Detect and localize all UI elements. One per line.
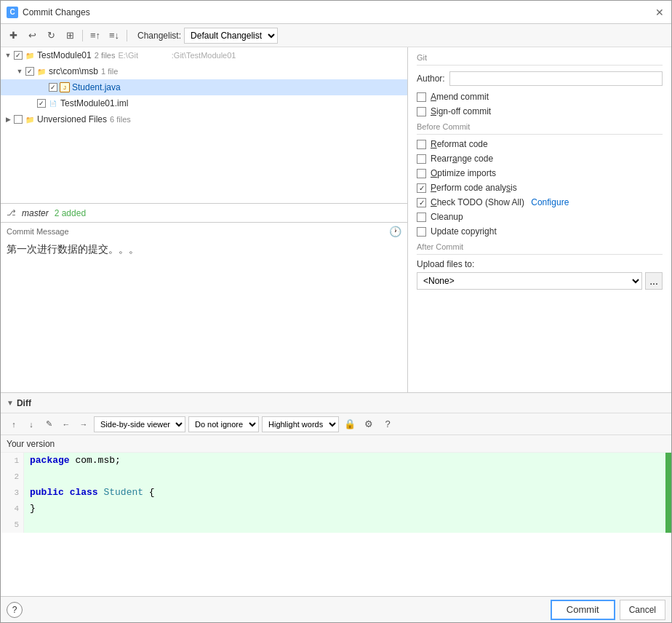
code-line-1: 1 package com.msb; [1, 453, 671, 469]
app-icon: C [7, 7, 18, 18]
changelist-label: Changelist: [137, 31, 181, 41]
group-button[interactable]: ⊞ [62, 28, 78, 44]
arrow-icon: ▼ [4, 51, 12, 60]
tree-item-student-java[interactable]: ✓ J Student.java [1, 79, 407, 95]
item-name: Unversioned Files [37, 114, 107, 124]
todo-checkbox[interactable]: ✓ [417, 198, 426, 207]
branch-status-bar: ⎇ master 2 added [1, 204, 407, 223]
rearrange-checkbox[interactable] [417, 154, 426, 164]
arrow-icon: ▼ [15, 67, 24, 76]
main-window: C Commit Changes ✕ ✚ ↩ ↻ ⊞ ≡↑ ≡↓ Changel… [0, 0, 672, 623]
line-marker [665, 469, 671, 485]
tree-item-srccommsb[interactable]: ▼ ✓ 📁 src\com\msb 1 file [1, 63, 407, 79]
question-icon: ? [385, 418, 390, 429]
configure-link[interactable]: Configure [529, 197, 569, 207]
checkbox-srccommsb[interactable]: ✓ [25, 67, 34, 76]
author-input[interactable] [449, 71, 663, 86]
redo-button[interactable]: ↻ [43, 28, 59, 44]
branch-name: master [22, 208, 49, 218]
commit-button[interactable]: Commit [551, 600, 615, 620]
line-number: 1 [1, 453, 24, 469]
arrow-icon [27, 99, 36, 108]
diff-down-button[interactable]: ↓ [24, 417, 39, 432]
todo-row: ✓ Check TODO (Show All) Configure [417, 197, 663, 207]
changelist-select[interactable]: Default Changelist [184, 28, 278, 44]
code-line-5: 5 [1, 517, 671, 533]
diff-up-button[interactable]: ↑ [7, 417, 21, 432]
checkbox-student[interactable]: ✓ [49, 83, 57, 92]
signoff-checkbox[interactable] [417, 107, 426, 116]
diff-header-label: Diff [17, 398, 31, 408]
analysis-checkbox[interactable]: ✓ [417, 183, 426, 193]
amend-checkbox[interactable] [417, 92, 426, 102]
line-number: 5 [1, 517, 24, 533]
checkbox-testmodule01[interactable]: ✓ [14, 51, 23, 60]
bottom-bar: ? Commit Cancel [1, 596, 671, 622]
tree-item-testmodule01[interactable]: ▼ ✓ 📁 TestModule01 2 files E:\Git :Git\T… [1, 47, 407, 63]
signoff-label: Sign-off commit [431, 106, 491, 116]
highlight-mode-select[interactable]: Highlight words [262, 416, 339, 432]
clock-icon[interactable]: 🕐 [389, 226, 401, 237]
diff-content: Your version 1 package com.msb; 2 [1, 435, 671, 596]
amend-commit-row: Amend commit [417, 92, 663, 102]
code-line-4: 4 } [1, 501, 671, 517]
viewer-mode-select[interactable]: Side-by-side viewer [94, 416, 185, 432]
main-toolbar: ✚ ↩ ↻ ⊞ ≡↑ ≡↓ Changelist: Default Change… [1, 24, 671, 47]
optimize-checkbox[interactable] [417, 169, 426, 178]
diff-header: ▼ Diff [1, 393, 671, 413]
diff-edit-button[interactable]: ✎ [41, 417, 56, 432]
class-name: Student [103, 487, 143, 498]
item-path: E:\Git :Git\TestModule01 [118, 51, 236, 60]
git-section: Git Author: Amend commit Sign-off commit [408, 47, 671, 295]
ignore-mode-select[interactable]: Do not ignore [188, 416, 259, 432]
right-panel: Git Author: Amend commit Sign-off commit [408, 47, 671, 392]
close-button[interactable]: ✕ [654, 7, 665, 18]
reformat-label: Reformat code [431, 139, 488, 149]
help-button[interactable]: ? [7, 602, 23, 618]
item-name: Student.java [72, 82, 121, 92]
folder-icon: 📁 [25, 114, 35, 124]
cancel-button[interactable]: Cancel [620, 600, 665, 620]
separator-1 [82, 30, 83, 41]
rearrange-label: Rearrange code [431, 154, 493, 164]
diff-next-button[interactable]: → [76, 417, 91, 432]
lock-button[interactable]: 🔒 [342, 416, 358, 432]
settings-button[interactable]: ⚙ [361, 416, 377, 432]
tree-item-testmodule01-iml[interactable]: ✓ 📄 TestModule01.iml [1, 95, 407, 111]
copyright-checkbox[interactable] [417, 227, 426, 237]
separator-2 [127, 30, 127, 41]
diff-prev-button[interactable]: ← [59, 417, 73, 432]
author-label: Author: [417, 74, 445, 84]
help-diff-button[interactable]: ? [380, 416, 396, 432]
after-commit-section: After Commit Upload files to: <None> ... [417, 242, 663, 290]
upload-more-button[interactable]: ... [645, 272, 663, 290]
reformat-checkbox[interactable] [417, 140, 426, 149]
sort-asc-button[interactable]: ≡↑ [87, 28, 103, 44]
up-arrow-icon: ↑ [12, 420, 16, 429]
checkbox-iml[interactable]: ✓ [37, 99, 46, 108]
file-tree: ▼ ✓ 📁 TestModule01 2 files E:\Git :Git\T… [1, 47, 407, 204]
arrow-icon: ▶ [4, 115, 12, 124]
sort-desc-button[interactable]: ≡↓ [106, 28, 122, 44]
todo-label: Check TODO (Show All) [431, 197, 524, 207]
cleanup-checkbox[interactable] [417, 213, 426, 222]
copyright-label: Update copyright [431, 226, 497, 237]
title-bar: C Commit Changes ✕ [1, 1, 671, 24]
upload-select[interactable]: <None> [417, 272, 642, 290]
git-header: Git [417, 53, 663, 66]
diff-section: ▼ Diff ↑ ↓ ✎ ← → Side-by-side viewer [1, 392, 671, 596]
diff-collapse-arrow[interactable]: ▼ [7, 399, 14, 407]
lock-icon: 🔒 [344, 418, 356, 429]
tree-item-unversioned[interactable]: ▶ 📁 Unversioned Files 6 files [1, 111, 407, 127]
line-number: 3 [1, 485, 24, 501]
undo-button[interactable]: ↩ [24, 28, 40, 44]
amend-label: Amend commit [431, 92, 489, 102]
commit-message-section: Commit Message 🕐 第一次进行数据的提交。。。 [1, 223, 407, 392]
commit-message-input[interactable]: 第一次进行数据的提交。。。 [1, 239, 407, 392]
analysis-row: ✓ Perform code analysis [417, 183, 663, 193]
sort-asc-icon: ≡↑ [90, 30, 100, 41]
checkbox-unversioned[interactable] [14, 115, 23, 124]
folder-icon: 📁 [36, 66, 47, 76]
add-button[interactable]: ✚ [5, 28, 21, 44]
added-count: 2 added [55, 208, 86, 218]
